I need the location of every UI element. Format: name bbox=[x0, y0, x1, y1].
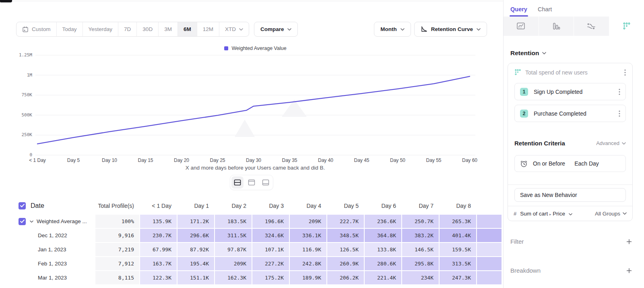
column-header[interactable]: Day 4 bbox=[290, 203, 326, 209]
compare-button[interactable]: Compare bbox=[254, 22, 298, 37]
range-button-xtd[interactable]: XTD bbox=[219, 22, 249, 36]
row-label-cell[interactable]: Feb 1, 2023 bbox=[0, 257, 95, 270]
range-button-yesterday[interactable]: Yesterday bbox=[83, 22, 118, 36]
chart-type-button[interactable]: Retention Curve bbox=[414, 22, 487, 37]
granularity-button[interactable]: Month bbox=[374, 22, 411, 37]
retention-value-cell[interactable]: 135.9K bbox=[140, 215, 177, 228]
column-header[interactable]: Day 2 bbox=[215, 203, 252, 209]
retention-value-cell[interactable]: 280.6K bbox=[365, 257, 401, 270]
retention-value-cell[interactable]: 247.3K bbox=[440, 271, 476, 284]
retention-value-cell[interactable]: 87.92K bbox=[178, 243, 214, 256]
groups-dropdown[interactable]: All Groups bbox=[595, 211, 627, 217]
retention-value-cell[interactable]: 242.8K bbox=[290, 257, 326, 270]
report-type-retention-icon[interactable] bbox=[609, 17, 644, 36]
tab-chart[interactable]: Chart bbox=[538, 6, 552, 17]
retention-value-cell[interactable]: 122.3K bbox=[140, 271, 177, 284]
column-header[interactable]: < 1 Day bbox=[140, 203, 177, 209]
total-profiles-cell[interactable]: 7,912 bbox=[95, 257, 139, 270]
retention-value-cell-partial[interactable] bbox=[477, 243, 502, 256]
range-button-7d[interactable]: 7D bbox=[118, 22, 136, 36]
retention-value-cell[interactable]: 250.7K bbox=[402, 215, 439, 228]
retention-value-cell[interactable]: 234K bbox=[402, 271, 439, 284]
report-type-flows-icon[interactable] bbox=[574, 17, 609, 36]
retention-value-cell[interactable]: 364.8K bbox=[365, 229, 401, 242]
retention-value-cell[interactable]: 227.2K bbox=[252, 257, 289, 270]
range-button-6m[interactable]: 6M bbox=[178, 22, 197, 36]
retention-value-cell[interactable]: 189.9K bbox=[290, 271, 326, 284]
retention-value-cell[interactable]: 209K bbox=[215, 257, 252, 270]
column-header[interactable]: Day 1 bbox=[178, 203, 214, 209]
retention-value-cell[interactable]: 401.4K bbox=[440, 229, 476, 242]
retention-value-cell[interactable]: 175.2K bbox=[252, 271, 289, 284]
criteria-card[interactable]: On or Before Each Day bbox=[514, 155, 626, 172]
row-checkbox[interactable] bbox=[19, 218, 26, 225]
retention-value-cell[interactable]: 296.6K bbox=[178, 229, 214, 242]
row-checkbox[interactable] bbox=[19, 202, 26, 209]
retention-curve-line[interactable] bbox=[37, 77, 470, 144]
retention-value-cell[interactable]: 348.5K bbox=[327, 229, 364, 242]
bottom-panel-button[interactable] bbox=[260, 176, 272, 189]
retention-value-cell[interactable]: 159.5K bbox=[440, 243, 476, 256]
retention-value-cell[interactable]: 97.87K bbox=[215, 243, 252, 256]
retention-value-cell[interactable]: 206.2K bbox=[327, 271, 364, 284]
total-profiles-cell[interactable]: 8,115 bbox=[95, 271, 139, 284]
column-header[interactable]: Day 3 bbox=[252, 203, 289, 209]
save-behavior-button[interactable]: Save as New Behavior bbox=[514, 188, 626, 202]
aggregation-property[interactable]: Sum of cart ▸ Price bbox=[520, 211, 572, 217]
retention-value-cell[interactable]: 209K bbox=[290, 215, 326, 228]
retention-value-cell[interactable]: 222.7K bbox=[327, 215, 364, 228]
retention-value-cell[interactable]: 230.7K bbox=[140, 229, 177, 242]
total-profiles-cell[interactable]: 9,916 bbox=[95, 229, 139, 242]
retention-value-cell[interactable]: 107.1K bbox=[252, 243, 289, 256]
retention-value-cell[interactable]: 146.5K bbox=[402, 243, 439, 256]
retention-value-cell[interactable]: 265.3K bbox=[440, 215, 476, 228]
advanced-dropdown[interactable]: Advanced bbox=[596, 140, 626, 146]
retention-value-cell-partial[interactable] bbox=[477, 257, 502, 270]
retention-value-cell-partial[interactable] bbox=[477, 215, 502, 228]
behavior-step[interactable]: 1Sign Up Completed bbox=[514, 83, 626, 100]
report-type-insights-icon[interactable] bbox=[504, 17, 539, 36]
tab-query[interactable]: Query bbox=[510, 6, 527, 17]
retention-value-cell[interactable]: 126.5K bbox=[327, 243, 364, 256]
retention-value-cell[interactable]: 151.1K bbox=[178, 271, 214, 284]
behavior-step[interactable]: 2Purchase Completed bbox=[514, 105, 626, 122]
retention-value-cell[interactable]: 196.6K bbox=[252, 215, 289, 228]
add-filter-button[interactable] bbox=[626, 239, 632, 244]
report-type-bar-chart-icon[interactable] bbox=[539, 17, 574, 36]
row-label-cell[interactable]: Dec 1, 2022 bbox=[0, 229, 95, 242]
retention-value-cell[interactable]: 171.2K bbox=[178, 215, 214, 228]
range-button-12m[interactable]: 12M bbox=[197, 22, 219, 36]
retention-value-cell[interactable]: 116.9K bbox=[290, 243, 326, 256]
range-button-30d[interactable]: 30D bbox=[136, 22, 158, 36]
retention-value-cell[interactable]: 236.6K bbox=[365, 215, 401, 228]
column-header[interactable]: Total Profile(s) bbox=[95, 203, 139, 209]
split-view-button[interactable] bbox=[231, 176, 244, 189]
retention-value-cell-partial[interactable] bbox=[477, 271, 502, 284]
retention-value-cell[interactable]: 336.1K bbox=[290, 229, 326, 242]
total-profiles-cell[interactable]: 100% bbox=[95, 215, 139, 228]
retention-value-cell[interactable]: 221.4K bbox=[365, 271, 401, 284]
kebab-menu-icon[interactable] bbox=[624, 69, 626, 76]
retention-value-cell[interactable]: 324.6K bbox=[252, 229, 289, 242]
retention-value-cell[interactable]: 195.4K bbox=[178, 257, 214, 270]
expand-chevron-icon[interactable] bbox=[30, 220, 33, 223]
top-panel-button[interactable] bbox=[246, 176, 258, 189]
row-label-cell[interactable]: Mar 1, 2023 bbox=[0, 271, 95, 284]
report-type-heading[interactable]: Retention bbox=[510, 50, 644, 57]
retention-value-cell[interactable]: 67.99K bbox=[140, 243, 177, 256]
column-header[interactable]: Day 7 bbox=[402, 203, 439, 209]
retention-value-cell-partial[interactable] bbox=[477, 229, 502, 242]
column-header[interactable]: Day 6 bbox=[365, 203, 401, 209]
total-profiles-cell[interactable]: 7,219 bbox=[95, 243, 139, 256]
row-label-cell[interactable]: Jan 1, 2023 bbox=[0, 243, 95, 256]
criteria-condition[interactable]: On or Before bbox=[533, 160, 565, 167]
retention-value-cell[interactable]: 383.2K bbox=[402, 229, 439, 242]
column-header[interactable]: Day 8 bbox=[440, 203, 476, 209]
retention-value-cell[interactable]: 295.8K bbox=[402, 257, 439, 270]
kebab-menu-icon[interactable] bbox=[619, 89, 620, 95]
retention-value-cell[interactable]: 260.9K bbox=[327, 257, 364, 270]
retention-value-cell[interactable]: 163.7K bbox=[140, 257, 177, 270]
criteria-period[interactable]: Each Day bbox=[574, 160, 599, 167]
retention-value-cell[interactable]: 133.8K bbox=[365, 243, 401, 256]
column-header[interactable]: Day 5 bbox=[327, 203, 364, 209]
